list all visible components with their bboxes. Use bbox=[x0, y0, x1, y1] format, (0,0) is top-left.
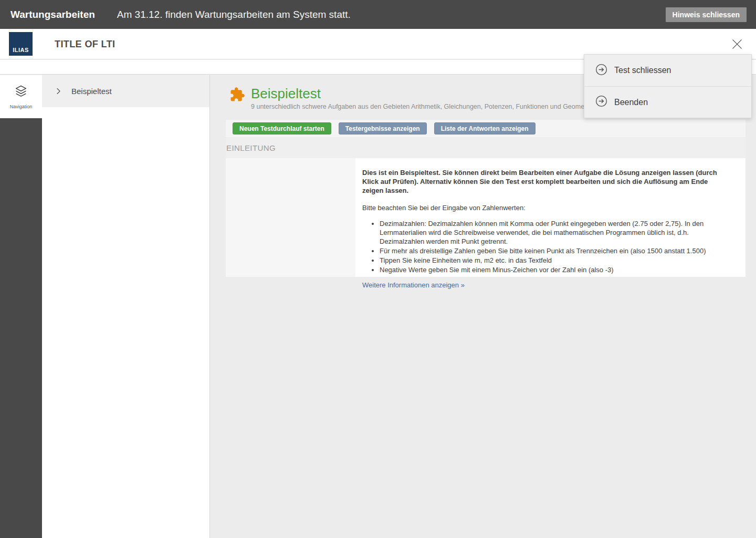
nav-tree-item-beispieltest[interactable]: Beispieltest bbox=[42, 75, 209, 107]
ilias-lti-screen: Wartungsarbeiten Am 31.12. finden Wartun… bbox=[0, 0, 756, 538]
list-item: Dezimalzahlen: Dezimalzahlen können mit … bbox=[380, 219, 730, 246]
navigation-panel: Beispieltest bbox=[42, 75, 210, 538]
show-answer-list-button[interactable]: Liste der Antworten anzeigen bbox=[434, 122, 536, 134]
sidebar: Navigation bbox=[0, 75, 42, 538]
chevron-right-icon bbox=[55, 87, 62, 95]
close-dropdown-menu: Test schliessen Beenden bbox=[584, 54, 752, 118]
action-toolbar: Neuen Testdurchlauf starten Testergebnis… bbox=[226, 120, 746, 137]
list-item: Tippen Sie keine Einheiten wie m, m2 etc… bbox=[380, 256, 730, 265]
list-item: Für mehr als dreistellige Zahlen geben S… bbox=[380, 246, 730, 255]
puzzle-icon bbox=[229, 87, 245, 110]
test-description: 9 unterschiedlich schwere Aufgaben aus d… bbox=[251, 103, 594, 110]
menu-item-test-schliessen[interactable]: Test schliessen bbox=[584, 55, 751, 86]
menu-item-label: Beenden bbox=[614, 98, 648, 107]
nav-item-label: Beispieltest bbox=[71, 87, 112, 96]
sidebar-item-label: Navigation bbox=[10, 104, 33, 109]
banner-message: Am 31.12. finden Wartungsarbeiten am Sys… bbox=[117, 9, 351, 20]
menu-item-beenden[interactable]: Beenden bbox=[584, 86, 751, 118]
section-header-einleitung: EINLEITUNG bbox=[226, 138, 746, 158]
start-test-button[interactable]: Neuen Testdurchlauf starten bbox=[233, 122, 331, 134]
ilias-logo: ILIAS bbox=[9, 32, 33, 56]
intro-bullet-list: Dezimalzahlen: Dezimalzahlen können mit … bbox=[362, 219, 730, 274]
show-results-button[interactable]: Testergebnisse anzeigen bbox=[339, 122, 427, 134]
close-icon[interactable] bbox=[730, 37, 744, 51]
introduction-text: Dies ist ein Beispieltest. Sie können di… bbox=[355, 158, 746, 277]
arrow-right-circle-icon bbox=[595, 95, 607, 109]
intro-bold-text: Dies ist ein Beispieltest. Sie können di… bbox=[362, 168, 730, 195]
menu-item-label: Test schliessen bbox=[614, 66, 671, 75]
list-item: Negative Werte geben Sie mit einem Minus… bbox=[380, 265, 730, 274]
introduction-panel: Dies ist ein Beispieltest. Sie können di… bbox=[226, 158, 746, 277]
layers-icon bbox=[14, 84, 28, 101]
ilias-logo-text: ILIAS bbox=[13, 47, 29, 53]
test-title-block: Beispieltest 9 unterschiedlich schwere A… bbox=[229, 86, 594, 110]
intro-note: Bitte beachten Sie bei der Eingabe von Z… bbox=[362, 203, 730, 212]
maintenance-banner: Wartungsarbeiten Am 31.12. finden Wartun… bbox=[0, 0, 756, 29]
section-title: EINLEITUNG bbox=[226, 143, 276, 152]
test-title: Beispieltest bbox=[251, 86, 594, 101]
more-info-link[interactable]: Weitere Informationen anzeigen » bbox=[362, 281, 465, 289]
banner-title: Wartungsarbeiten bbox=[10, 9, 95, 20]
sidebar-item-navigation[interactable]: Navigation bbox=[0, 75, 42, 118]
page-title: TITLE OF LTI bbox=[55, 29, 115, 59]
arrow-right-circle-icon bbox=[595, 64, 607, 78]
dismiss-banner-button[interactable]: Hinweis schliessen bbox=[666, 7, 747, 22]
introduction-left-pane bbox=[226, 158, 355, 277]
